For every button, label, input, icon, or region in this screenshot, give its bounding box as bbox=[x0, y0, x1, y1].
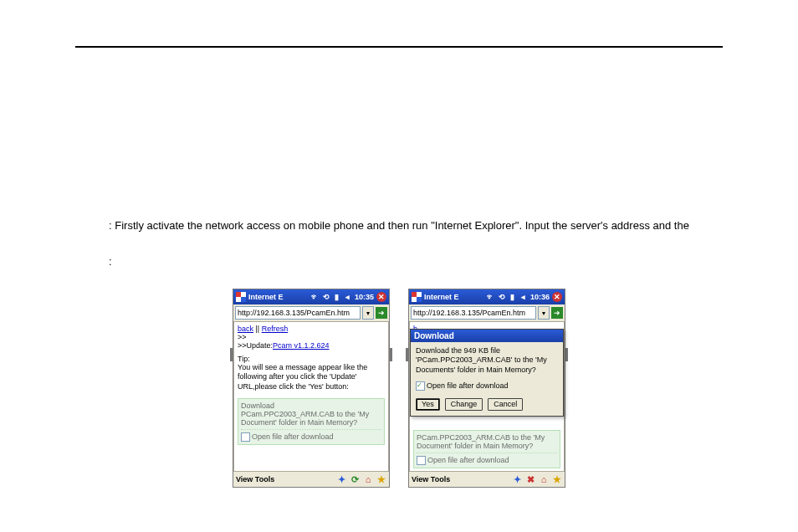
update-label: >>Update: bbox=[238, 341, 273, 350]
dropdown-icon[interactable]: ▾ bbox=[362, 306, 374, 320]
device-notch-icon bbox=[230, 348, 233, 361]
tip-text: You will see a message appear like the f… bbox=[238, 363, 385, 391]
address-bar: ▾ ➜ bbox=[409, 304, 565, 322]
close-icon[interactable]: ✕ bbox=[552, 292, 562, 302]
device-screenshot-1: Internet E ᯤ ⟲ ▮ ◂ 10:35 ✕ ▾ ➜ back || R… bbox=[233, 289, 390, 488]
sync-icon: ⟲ bbox=[322, 293, 330, 301]
info-body: PCam.PPC2003_ARM.CAB to the 'My Document… bbox=[241, 410, 381, 427]
change-button[interactable]: Change bbox=[445, 398, 483, 411]
yes-button[interactable]: Yes bbox=[416, 398, 440, 411]
url-input[interactable] bbox=[235, 306, 361, 320]
browser-viewport: b Download Download the 949 KB file 'PCa… bbox=[409, 322, 565, 471]
window-title: Internet E bbox=[424, 293, 484, 301]
go-icon[interactable]: ➜ bbox=[551, 307, 563, 319]
refresh-link[interactable]: Refresh bbox=[262, 325, 289, 333]
favorites-icon[interactable]: ★ bbox=[552, 474, 562, 484]
nav-icon[interactable]: ✦ bbox=[512, 474, 522, 484]
signal-icon: ▮ bbox=[509, 293, 517, 301]
windows-flag-icon bbox=[412, 292, 422, 302]
window-title: Internet E bbox=[248, 293, 309, 301]
home-icon[interactable]: ⌂ bbox=[363, 474, 373, 484]
info-body: PCam.PPC2003_ARM.CAB to the 'My Document… bbox=[417, 433, 557, 450]
download-preview-box: Download PCam.PPC2003_ARM.CAB to the 'My… bbox=[238, 398, 385, 445]
speaker-icon: ◂ bbox=[344, 293, 352, 301]
speaker-icon: ◂ bbox=[519, 293, 528, 301]
checkbox-icon bbox=[241, 432, 250, 442]
cancel-button[interactable]: Cancel bbox=[488, 398, 523, 411]
checkbox-icon[interactable] bbox=[416, 381, 425, 391]
clock-label: 10:36 bbox=[530, 293, 550, 301]
document-page: : Firstly activate the network access on… bbox=[0, 46, 798, 532]
connectivity-icon: ᯤ bbox=[311, 293, 320, 301]
refresh-icon[interactable]: ⟳ bbox=[350, 474, 360, 484]
dropdown-icon[interactable]: ▾ bbox=[538, 306, 550, 320]
info-title: Download bbox=[241, 402, 381, 410]
update-link[interactable]: Pcam v1.1.2.624 bbox=[273, 341, 330, 350]
tip-label: Tip: bbox=[238, 355, 250, 363]
dialog-title: Download bbox=[411, 330, 563, 342]
info-checkbox-label: Open file after download bbox=[427, 456, 509, 464]
horizontal-rule bbox=[75, 46, 723, 48]
download-dialog: Download Download the 949 KB file 'PCam.… bbox=[410, 329, 564, 417]
connectivity-icon: ᯤ bbox=[487, 293, 495, 301]
toolbar-label[interactable]: View Tools bbox=[236, 475, 274, 483]
arrows-text: >> bbox=[238, 333, 385, 341]
dialog-actions: Yes Change Cancel bbox=[411, 395, 563, 416]
clock-label: 10:35 bbox=[355, 293, 374, 301]
back-link[interactable]: back bbox=[238, 325, 253, 333]
paragraph-1: : Firstly activate the network access on… bbox=[75, 219, 723, 232]
window-titlebar: Internet E ᯤ ⟲ ▮ ◂ 10:36 ✕ bbox=[409, 289, 565, 304]
address-bar: ▾ ➜ bbox=[233, 304, 389, 322]
stop-icon[interactable]: ✖ bbox=[525, 474, 535, 484]
sync-icon: ⟲ bbox=[498, 293, 506, 301]
device-notch-icon bbox=[565, 348, 568, 361]
go-icon[interactable]: ➜ bbox=[376, 307, 387, 319]
dialog-body-text: Download the 949 KB file 'PCam.PPC2003_A… bbox=[416, 346, 558, 375]
device-notch-icon bbox=[390, 348, 392, 361]
divider bbox=[241, 429, 381, 430]
home-icon[interactable]: ⌂ bbox=[539, 474, 549, 484]
separator: || bbox=[256, 325, 262, 333]
nav-icon[interactable]: ✦ bbox=[336, 474, 346, 484]
dialog-checkbox-label: Open file after download bbox=[427, 381, 509, 390]
screenshot-row: Internet E ᯤ ⟲ ▮ ◂ 10:35 ✕ ▾ ➜ back || R… bbox=[75, 289, 723, 488]
favorites-icon[interactable]: ★ bbox=[376, 474, 386, 484]
device-notch-icon bbox=[406, 348, 408, 361]
signal-icon: ▮ bbox=[333, 293, 341, 301]
window-titlebar: Internet E ᯤ ⟲ ▮ ◂ 10:35 ✕ bbox=[233, 289, 389, 304]
device-screenshot-2: Internet E ᯤ ⟲ ▮ ◂ 10:36 ✕ ▾ ➜ b bbox=[408, 289, 565, 488]
info-checkbox-label: Open file after download bbox=[252, 432, 334, 441]
browser-viewport: back || Refresh >> >>Update:Pcam v1.1.2.… bbox=[233, 322, 389, 471]
divider bbox=[417, 453, 557, 453]
bottom-toolbar: View Tools ✦ ✖ ⌂ ★ bbox=[409, 471, 565, 487]
checkbox-icon bbox=[417, 456, 426, 465]
url-input[interactable] bbox=[411, 306, 536, 320]
close-icon[interactable]: ✕ bbox=[376, 292, 386, 302]
windows-flag-icon bbox=[236, 292, 246, 302]
toolbar-label[interactable]: View Tools bbox=[412, 475, 450, 483]
paragraph-2: : bbox=[75, 255, 723, 268]
bottom-toolbar: View Tools ✦ ⟳ ⌂ ★ bbox=[233, 471, 389, 487]
download-preview-box: PCam.PPC2003_ARM.CAB to the 'My Document… bbox=[413, 430, 560, 468]
